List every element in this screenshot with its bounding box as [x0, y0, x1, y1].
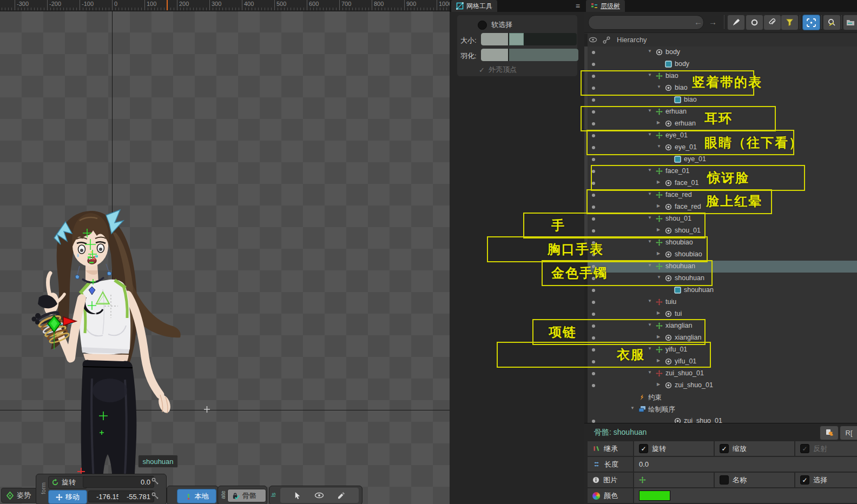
hull-vertices-option[interactable]: ✓ 外壳顶点 — [479, 65, 517, 75]
expand-icon[interactable]: ▶ — [657, 310, 660, 315]
search-input[interactable] — [588, 15, 704, 30]
inherit-scale-checkbox[interactable]: ✓ — [720, 444, 729, 453]
label-pen-icon[interactable] — [338, 492, 346, 500]
rename-button[interactable]: R[ — [840, 426, 857, 440]
soft-select-label: 软选择 — [491, 20, 512, 30]
translate-keyframe-icon[interactable] — [151, 492, 160, 500]
inherit-reflect-option[interactable]: ✓ 反射 — [795, 441, 857, 456]
inherit-rotate-option[interactable]: ✓ 旋转 — [634, 441, 714, 456]
expand-icon[interactable]: ▶ — [657, 382, 660, 387]
compensate-panel: ate 骨骼 — [217, 486, 267, 504]
inherit-rotate-checkbox[interactable]: ✓ — [639, 444, 648, 453]
transform-panel: form 旋转 0.0 移动 -176.15 -55.7 — [36, 474, 167, 504]
coordinate-local-button[interactable]: 本地 — [177, 489, 216, 503]
inherit-reflect-checkbox[interactable]: ✓ — [800, 444, 809, 453]
search-next-icon[interactable]: → — [704, 15, 721, 29]
panel-menu-icon[interactable]: ≡ — [576, 2, 580, 10]
move-icon — [56, 494, 63, 501]
visibility-dot[interactable] — [592, 51, 595, 54]
color-label-cell: 颜色 — [588, 488, 633, 503]
tree-item-label: 绘制顺序 — [648, 405, 675, 414]
bone-color-swatch[interactable] — [639, 490, 670, 501]
visibility-dot[interactable] — [592, 384, 595, 387]
collapse-icon[interactable]: ▼ — [648, 49, 652, 54]
tree-row[interactable]: ▼绘制顺序 — [584, 403, 857, 415]
frame-selection-button[interactable] — [802, 15, 820, 30]
color-wheel-icon — [592, 492, 600, 500]
ruler-label: -100 — [82, 1, 94, 7]
translate-tool-button[interactable]: 移动 — [48, 490, 87, 504]
ruler-label: 0 — [114, 1, 117, 7]
tree-row[interactable]: zui_shuo_01 — [584, 415, 857, 423]
tree-row[interactable]: body — [584, 58, 857, 70]
inherit-label-cell: 继承 — [588, 441, 633, 456]
pose-button[interactable]: 姿势 — [1, 488, 39, 503]
folder-button[interactable] — [843, 15, 857, 30]
soft-select-option[interactable]: 软选择 — [478, 20, 512, 30]
visibility-dot[interactable] — [592, 289, 595, 292]
visibility-dot[interactable] — [592, 372, 595, 375]
ruler-label: 100 — [147, 1, 156, 7]
tree-row[interactable]: ▶zui_shuo_01 — [584, 380, 857, 392]
translate-y-field[interactable]: -55.781 — [118, 490, 154, 502]
image-name-checkbox[interactable]: ✓ — [720, 475, 729, 485]
select-cursor-icon[interactable] — [294, 492, 301, 500]
length-label-cell: 长度 — [588, 457, 633, 472]
annotation-box: 金色手镯 — [542, 260, 713, 286]
tree-row[interactable]: 约束 — [584, 392, 857, 403]
circle-tool-button[interactable] — [746, 15, 763, 30]
feather-slider[interactable] — [481, 49, 578, 61]
viewport[interactable]: -300-200-1000100200300400500600700800900… — [0, 0, 450, 504]
rotate-tool-button[interactable]: 旋转 — [48, 476, 87, 489]
tree-row[interactable]: shouhuan — [584, 284, 857, 296]
collapse-icon[interactable]: ▼ — [648, 370, 652, 375]
tree-row[interactable]: ▼zui_shuo_01 — [584, 368, 857, 380]
tree-row[interactable]: ▼tuiu — [584, 296, 857, 308]
size-slider-handle[interactable] — [509, 33, 524, 45]
tree-row[interactable]: eye_01 — [584, 154, 857, 165]
annotation-box: 脸上红晕 — [586, 189, 772, 214]
link-column-icon — [603, 36, 610, 44]
inherit-icon — [592, 445, 600, 452]
tree-item-label: shouhuan — [684, 286, 714, 294]
visibility-eye-icon[interactable] — [314, 492, 324, 499]
find-button[interactable] — [823, 15, 841, 30]
collapse-icon[interactable]: ▼ — [630, 406, 635, 410]
image-select-option[interactable]: ✓ 选择 — [795, 473, 857, 487]
image-select-checkbox[interactable]: ✓ — [800, 475, 809, 485]
mesh-tool-tab[interactable]: 网格工具 — [451, 0, 497, 12]
inherit-scale-option[interactable]: ✓ 缩放 — [715, 441, 794, 456]
hierarchy-tab[interactable]: 层级树 — [586, 0, 625, 12]
tree-row[interactable]: ▶tui — [584, 308, 857, 320]
tree-item-label: eye_01 — [684, 155, 706, 163]
annotation-box: 眼睛（往下看） — [586, 130, 794, 155]
filter-button[interactable] — [781, 15, 799, 30]
soft-select-checkbox[interactable] — [478, 21, 487, 30]
tree-row[interactable]: ▼body — [584, 47, 857, 58]
selection-gizmos[interactable] — [0, 0, 450, 504]
tree-row[interactable]: biao — [584, 94, 857, 106]
visibility-dot[interactable] — [592, 98, 595, 102]
copy-settings-button[interactable] — [820, 426, 839, 440]
visibility-dot[interactable] — [592, 313, 595, 316]
visibility-dot[interactable] — [592, 63, 595, 66]
visibility-dot[interactable] — [592, 301, 595, 304]
brush-tool-button[interactable] — [727, 15, 745, 30]
visibility-dot[interactable] — [592, 158, 595, 161]
image-name-option[interactable]: ✓ 名称 — [715, 473, 794, 487]
collapse-icon[interactable]: ▼ — [648, 299, 652, 303]
size-slider[interactable] — [481, 33, 577, 45]
rotate-keyframe-icon[interactable] — [151, 477, 160, 486]
feather-slider-fill — [509, 49, 578, 61]
info-icon — [592, 476, 599, 483]
length-value-field[interactable]: 0.0 — [634, 457, 857, 472]
image-bone-cell[interactable] — [634, 473, 714, 487]
attach-tool-button[interactable] — [763, 15, 781, 30]
folder-icon — [846, 19, 855, 26]
bone-properties-panel: 骨骼: shouhuan R[ 继承 ✓ 旋转 ✓ 缩放 ✓ 反射 — [584, 423, 857, 504]
rotate-value-field[interactable]: 0.0 — [83, 476, 154, 488]
compensate-bones-button[interactable]: 骨骼 — [227, 489, 266, 502]
color-value-cell[interactable] — [634, 488, 857, 503]
ruler-label: 600 — [309, 1, 319, 7]
tree-item-label: biao — [684, 96, 697, 103]
